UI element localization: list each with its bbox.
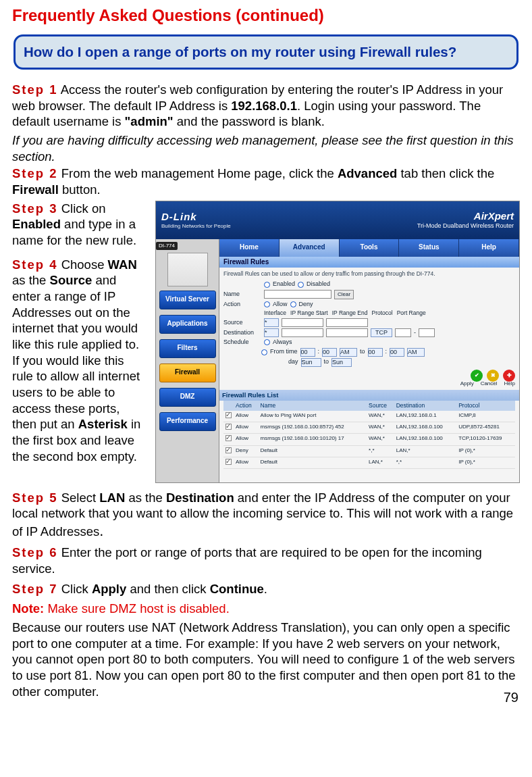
ss-tabs: Home Advanced Tools Status Help [219, 239, 519, 257]
table-row[interactable]: DenyDefault*,*LAN,*IP (0),* [223, 445, 515, 457]
sel-dest-if[interactable]: * [264, 328, 279, 337]
label-always: Always [273, 339, 292, 347]
label-name: Name [223, 291, 261, 299]
page-number: 79 [504, 689, 518, 707]
brand-logo: D-Link [161, 211, 197, 222]
chk-icon[interactable] [225, 459, 232, 465]
sel-t2h[interactable]: 00 [368, 348, 383, 357]
radio-allow[interactable] [264, 301, 270, 307]
input-dst-start[interactable] [282, 328, 323, 337]
step3-para: Step 3 Click on Enabled and type in a na… [12, 201, 147, 249]
label-to: to [360, 348, 365, 356]
label-cancel: Cancel [481, 380, 498, 387]
product-desc: Tri-Mode Dualband Wireless Router [417, 222, 514, 230]
panel-header: Firewall Rules [219, 257, 519, 268]
radio-deny[interactable] [290, 301, 296, 307]
tab-tools[interactable]: Tools [340, 239, 400, 257]
label-enabled: Enabled [273, 280, 295, 289]
label-from: From time [270, 348, 298, 356]
note-body: Because our routers use NAT (Network Add… [12, 620, 520, 699]
tab-advanced[interactable]: Advanced [280, 239, 340, 257]
radio-disabled[interactable] [298, 282, 304, 288]
input-dst-end[interactable] [326, 328, 368, 337]
rules-table: Action Name Source Destination Protocol … [223, 401, 515, 469]
chk-icon[interactable] [225, 412, 232, 418]
page-title: Frequently Asked Questions (continued) [12, 5, 520, 26]
sel-t1h[interactable]: 00 [300, 348, 315, 357]
sel-t1ap[interactable]: AM [340, 348, 357, 357]
label-action: Action [223, 301, 261, 309]
ss-header: D-Link Building Networks for People AirX… [156, 201, 519, 239]
panel-desc: Firewall Rules can be used to allow or d… [223, 270, 515, 278]
label-destination: Destination [223, 329, 261, 337]
btn-clear[interactable]: Clear [334, 290, 354, 299]
sel-day2[interactable]: Sun [331, 358, 352, 367]
step1-para: Step 1 Access the router's web configura… [12, 82, 520, 130]
label-allow: Allow [273, 301, 288, 309]
note-red-text: Make sure DMZ host is disabled. [44, 601, 230, 616]
side-btn-performance[interactable]: Performance [159, 412, 216, 431]
step4-para: Step 4 Choose WAN as the Source and ente… [12, 257, 147, 465]
step7-label: Step 7 [12, 582, 58, 596]
label-schedule: Schedule [223, 339, 261, 347]
sel-t2m[interactable]: 00 [390, 348, 404, 357]
sel-protocol[interactable]: TCP [371, 328, 392, 337]
tab-home[interactable]: Home [219, 239, 280, 257]
product-image [167, 253, 208, 286]
label-disabled: Disabled [307, 280, 330, 289]
label-day: day [288, 358, 298, 366]
note-label: Note: [12, 601, 44, 616]
side-btn-filters[interactable]: Filters [159, 339, 216, 358]
note-line: Note: Make sure DMZ host is disabled. [12, 601, 520, 617]
input-port-a[interactable] [395, 328, 411, 337]
router-admin-screenshot: D-Link Building Networks for People AirX… [155, 201, 520, 483]
input-src-start[interactable] [282, 318, 323, 327]
step2-para-top: Step 2 From the web management Home page… [12, 166, 520, 197]
radio-from[interactable] [261, 349, 267, 355]
tab-help[interactable]: Help [459, 239, 519, 257]
label-to2: to [324, 358, 329, 366]
side-btn-dmz[interactable]: DMZ [159, 388, 216, 407]
step4-label: Step 4 [12, 257, 58, 272]
label-apply: Apply [460, 380, 474, 387]
sel-day1[interactable]: Sun [301, 358, 321, 367]
sel-t1m[interactable]: 00 [322, 348, 337, 357]
chk-icon[interactable] [225, 424, 232, 430]
label-help: Help [504, 380, 515, 387]
chk-icon[interactable] [225, 447, 232, 453]
form-col-headers: Interface IP Range Start IP Range End Pr… [264, 309, 515, 317]
side-btn-virtual-server[interactable]: Virtual Server [159, 291, 216, 309]
step5-label: Step 5 [12, 491, 58, 505]
input-name[interactable] [264, 290, 331, 299]
table-row[interactable]: AllowAllow to Ping WAN portWAN,*LAN,192.… [223, 411, 515, 422]
sel-source-if[interactable]: * [264, 318, 279, 327]
side-btn-applications[interactable]: Applications [159, 315, 216, 334]
step7-para: Step 7 Click Apply and then click Contin… [12, 581, 520, 597]
chk-icon[interactable] [225, 435, 232, 441]
input-src-end[interactable] [326, 318, 368, 327]
table-row[interactable]: Allowmsmsgs (192.168.0.100:10120) 17WAN,… [223, 434, 515, 445]
ss-sidebar: DI-774 Virtual Server Applications Filte… [156, 239, 219, 482]
step6-label: Step 6 [12, 545, 58, 559]
table-row[interactable]: AllowDefaultLAN,**,*IP (0),* [223, 457, 515, 468]
sel-t2ap[interactable]: AM [407, 348, 425, 357]
ss-panel: Firewall Rules Firewall Rules can be use… [219, 257, 519, 482]
brand-tagline: Building Networks for People [161, 223, 231, 230]
label-source: Source [223, 319, 261, 327]
product-line: AirXpert [474, 210, 514, 222]
faq-question-box: How do I open a range of ports on my rou… [14, 34, 518, 70]
step3-label: Step 3 [12, 201, 58, 216]
step2-label: Step 2 [12, 166, 58, 180]
radio-enabled[interactable] [264, 282, 270, 288]
input-port-b[interactable] [419, 328, 435, 337]
radio-always[interactable] [264, 339, 270, 345]
step6-para: Step 6 Enter the port or range of ports … [12, 545, 520, 576]
rules-list-header: Firewall Rules List [219, 390, 519, 401]
step1-label: Step 1 [12, 82, 58, 97]
table-row[interactable]: Allowmsmsgs (192.168.0.100:8572) 452WAN,… [223, 422, 515, 434]
side-btn-firewall[interactable]: Firewall [159, 364, 216, 382]
label-deny: Deny [299, 301, 313, 309]
tab-status[interactable]: Status [399, 239, 459, 257]
step5-para: Step 5 Select LAN as the Destination and… [12, 490, 520, 541]
trouble-note: If you are having difficulty accessing w… [12, 132, 520, 164]
